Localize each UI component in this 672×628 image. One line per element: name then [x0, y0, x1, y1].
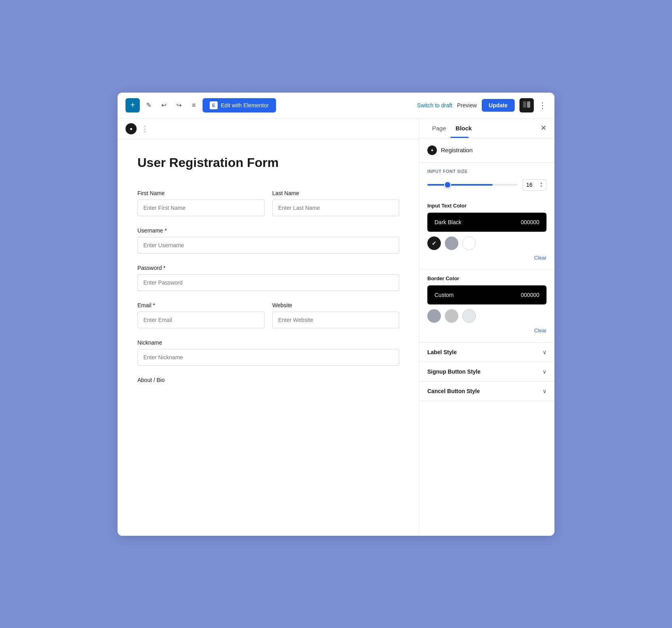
input-text-color-name: Dark Black — [434, 219, 462, 225]
input-text-color-circles — [427, 236, 546, 250]
username-label: Username * — [137, 227, 399, 234]
input-text-color-clear[interactable]: Clear — [427, 253, 546, 264]
border-color-label: Border Color — [427, 275, 546, 281]
undo-icon: ↩ — [161, 101, 166, 109]
font-size-label: INPUT FONT SIZE — [427, 169, 546, 174]
border-color-swatch[interactable]: Custom 000000 — [427, 285, 546, 304]
border-color-circle-light[interactable] — [462, 309, 476, 323]
border-color-circles — [427, 309, 546, 323]
email-input[interactable] — [137, 312, 265, 328]
label-style-label: Label Style — [427, 349, 457, 355]
color-circle-gray[interactable] — [445, 236, 458, 250]
cancel-button-style-section[interactable]: Cancel Button Style ∨ — [419, 382, 554, 401]
spinner-down-icon[interactable]: ▼ — [540, 185, 543, 188]
undo-button[interactable]: ↩ — [157, 99, 170, 112]
signup-button-style-label: Signup Button Style — [427, 368, 481, 375]
email-field: Email * — [137, 302, 265, 328]
border-color-circle-medium[interactable] — [445, 309, 458, 323]
redo-icon: ↪ — [176, 101, 182, 109]
password-label: Password * — [137, 265, 399, 271]
border-color-section: Border Color Custom 000000 Clear — [419, 270, 554, 343]
editor-logo-icon: ● — [126, 123, 137, 134]
border-color-code: 000000 — [521, 292, 539, 298]
tab-page[interactable]: Page — [427, 118, 451, 138]
website-input[interactable] — [272, 312, 400, 328]
input-text-color-section: Input Text Color Dark Black 000000 Clear — [419, 197, 554, 270]
email-website-row: Email * Website — [137, 302, 399, 328]
add-button[interactable]: + — [126, 98, 140, 112]
first-name-label: First Name — [137, 190, 265, 196]
edit-elementor-label: Edit with Elementor — [221, 102, 269, 109]
block-icon: ● — [427, 145, 437, 155]
logo-dot: ● — [129, 126, 132, 132]
update-button[interactable]: Update — [482, 99, 515, 112]
sidebar-tabs: Page Block ✕ — [419, 118, 554, 138]
font-size-slider-row: 16 ▲ ▼ — [427, 179, 546, 191]
form-content: User Registration Form First Name Last N… — [118, 140, 419, 402]
signup-button-chevron-icon: ∨ — [543, 368, 546, 375]
about-bio-section: About / Bio — [137, 377, 399, 383]
nickname-input[interactable] — [137, 349, 399, 366]
tools-icon: ≡ — [192, 102, 195, 109]
sidebar-toggle-icon — [523, 101, 530, 109]
edit-elementor-button[interactable]: E Edit with Elementor — [203, 98, 276, 112]
font-size-input-box: 16 ▲ ▼ — [523, 179, 546, 191]
font-size-slider[interactable] — [427, 184, 518, 186]
email-label: Email * — [137, 302, 265, 308]
font-size-control: INPUT FONT SIZE 16 ▲ ▼ — [419, 163, 554, 198]
color-circle-white[interactable] — [462, 236, 476, 250]
website-label: Website — [272, 302, 400, 308]
pen-icon-button[interactable]: ✎ — [142, 99, 155, 112]
preview-button[interactable]: Preview — [457, 102, 477, 109]
nickname-label: Nickname — [137, 339, 399, 346]
last-name-input[interactable] — [272, 200, 400, 216]
username-field: Username * — [137, 227, 399, 254]
block-section: ● Registration — [419, 138, 554, 163]
password-input[interactable] — [137, 274, 399, 291]
main-window: + ✎ ↩ ↪ ≡ E Edit with Elementor Switch t… — [118, 93, 554, 536]
label-style-chevron-icon: ∨ — [543, 349, 546, 355]
first-name-input[interactable] — [137, 200, 265, 216]
about-bio-label: About / Bio — [137, 377, 399, 383]
input-text-color-swatch[interactable]: Dark Black 000000 — [427, 213, 546, 232]
pen-icon: ✎ — [146, 101, 151, 109]
sidebar-toggle-button[interactable] — [519, 98, 534, 112]
first-name-field: First Name — [137, 190, 265, 216]
signup-button-style-section[interactable]: Signup Button Style ∨ — [419, 362, 554, 382]
block-label: ● Registration — [427, 145, 546, 155]
editor-dots-icon[interactable]: ⋮ — [141, 124, 149, 133]
redo-button[interactable]: ↪ — [172, 99, 185, 112]
more-icon: ⋮ — [539, 101, 546, 110]
website-field: Website — [272, 302, 400, 328]
editor-pane: ● ⋮ User Registration Form First Name La… — [118, 118, 419, 536]
toolbar-left: + ✎ ↩ ↪ ≡ E Edit with Elementor — [126, 98, 414, 112]
main-layout: ● ⋮ User Registration Form First Name La… — [118, 118, 554, 536]
nickname-field: Nickname — [137, 339, 399, 366]
border-color-clear[interactable]: Clear — [427, 326, 546, 337]
username-input[interactable] — [137, 237, 399, 254]
tools-button[interactable]: ≡ — [187, 99, 200, 112]
close-icon: ✕ — [541, 124, 546, 132]
svg-rect-1 — [527, 101, 530, 108]
block-dot-icon: ● — [431, 148, 433, 152]
input-text-color-label: Input Text Color — [427, 203, 546, 209]
font-size-spinner[interactable]: ▲ ▼ — [540, 182, 543, 189]
color-circle-black[interactable] — [427, 236, 441, 250]
last-name-label: Last Name — [272, 190, 400, 196]
cancel-button-style-label: Cancel Button Style — [427, 388, 480, 394]
last-name-field: Last Name — [272, 190, 400, 216]
switch-draft-button[interactable]: Switch to draft — [417, 102, 452, 109]
close-sidebar-button[interactable]: ✕ — [541, 124, 546, 132]
border-color-circle-dark[interactable] — [427, 309, 441, 323]
toolbar-right: Switch to draft Preview Update ⋮ — [417, 98, 546, 112]
form-title: User Registration Form — [137, 155, 399, 170]
toolbar: + ✎ ↩ ↪ ≡ E Edit with Elementor Switch t… — [118, 93, 554, 118]
name-row: First Name Last Name — [137, 190, 399, 216]
font-size-value: 16 — [526, 182, 533, 188]
more-options-button[interactable]: ⋮ — [539, 101, 546, 110]
label-style-section[interactable]: Label Style ∨ — [419, 343, 554, 362]
tab-block[interactable]: Block — [451, 118, 477, 138]
block-name: Registration — [441, 147, 473, 153]
border-color-name: Custom — [434, 292, 454, 298]
elementor-icon: E — [210, 101, 218, 109]
